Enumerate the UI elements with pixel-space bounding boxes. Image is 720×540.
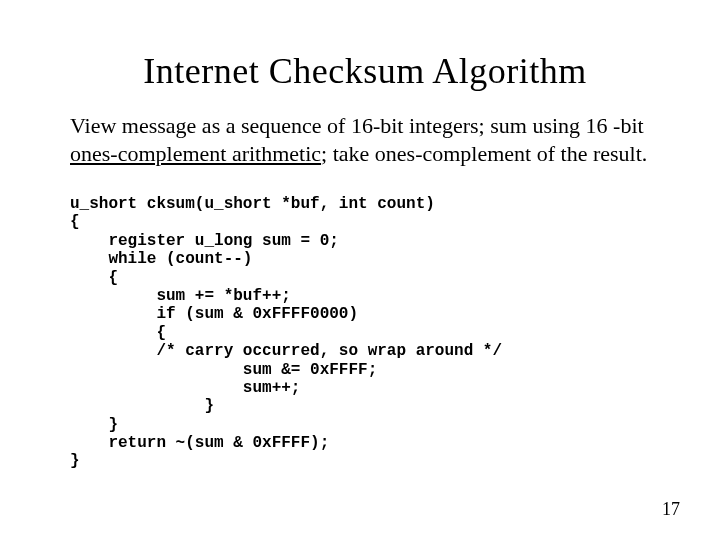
code-block: u_short cksum(u_short *buf, int count) {…: [70, 195, 660, 471]
page-number: 17: [662, 499, 680, 520]
slide: Internet Checksum Algorithm View message…: [0, 0, 720, 540]
desc-text-underlined: ones-complement arithmetic: [70, 141, 321, 166]
description-paragraph: View message as a sequence of 16-bit int…: [70, 112, 660, 167]
desc-text-post: ; take ones-complement of the result.: [321, 141, 647, 166]
slide-title: Internet Checksum Algorithm: [70, 50, 660, 92]
desc-text-pre: View message as a sequence of 16-bit int…: [70, 113, 644, 138]
